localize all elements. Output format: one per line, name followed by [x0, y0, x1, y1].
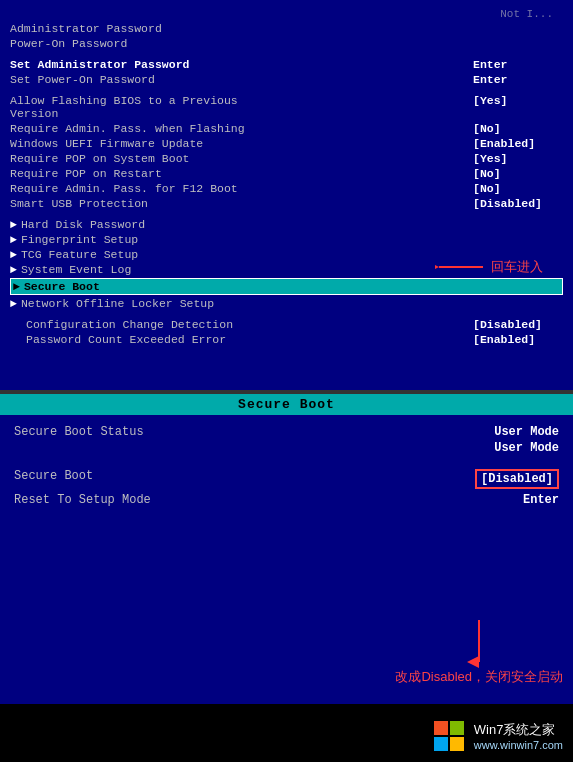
bios-bottom-panel: Secure Boot Secure Boot Status User Mode… [0, 394, 573, 704]
require-admin-pass-value: [No] [473, 122, 563, 135]
secure-boot-content: Secure Boot Status User Mode User Mode S… [0, 415, 573, 521]
admin-f12-label: Require Admin. Pass. for F12 Boot [10, 182, 473, 195]
allow-flashing-row: Allow Flashing BIOS to a PreviousVersion… [10, 94, 563, 120]
user-mode-display: User Mode [494, 441, 559, 455]
red-arrow-down-icon [464, 618, 494, 668]
submenu-system-event-label: System Event Log [21, 263, 131, 276]
submenu-fingerprint-label: Fingerprint Setup [21, 233, 138, 246]
arrow-icon: ► [10, 263, 17, 276]
arrow-icon: ► [10, 218, 17, 231]
svg-rect-7 [450, 737, 464, 751]
admin-password-row: Administrator Password [10, 22, 563, 35]
admin-f12-value: [No] [473, 182, 563, 195]
watermark-bar: Win7系统之家 www.winwin7.com [0, 710, 573, 762]
arrow-icon: ► [13, 280, 20, 293]
allow-flashing-value: [Yes] [473, 94, 563, 107]
config-change-row: Configuration Change Detection [Disabled… [10, 318, 563, 331]
submenu-secure-boot[interactable]: ► Secure Boot [10, 278, 563, 295]
set-poweron-label: Set Power-On Password [10, 73, 473, 86]
red-arrow-left-icon [435, 258, 485, 276]
config-change-label: Configuration Change Detection [10, 318, 473, 331]
pop-system-boot-label: Require POP on System Boot [10, 152, 473, 165]
admin-password-label: Administrator Password [10, 22, 563, 35]
reset-setup-label: Reset To Setup Mode [14, 493, 151, 507]
submenu-fingerprint[interactable]: ► Fingerprint Setup [10, 233, 563, 246]
password-count-row: Password Count Exceeded Error [Enabled] [10, 333, 563, 346]
set-admin-value: Enter [473, 58, 563, 71]
config-change-value: [Disabled] [473, 318, 563, 331]
require-admin-pass-row: Require Admin. Pass. when Flashing [No] [10, 122, 563, 135]
smart-usb-value: [Disabled] [473, 197, 563, 210]
windows-uefi-value: [Enabled] [473, 137, 563, 150]
set-admin-label: Set Administrator Password [10, 58, 473, 71]
reset-setup-row[interactable]: Reset To Setup Mode Enter [14, 493, 559, 507]
user-mode-display-row: User Mode [14, 441, 559, 455]
pop-system-boot-row: Require POP on System Boot [Yes] [10, 152, 563, 165]
windows-logo-icon [432, 719, 466, 753]
admin-f12-row: Require Admin. Pass. for F12 Boot [No] [10, 182, 563, 195]
submenu-network-offline[interactable]: ► Network Offline Locker Setup [10, 297, 563, 310]
set-admin-row: Set Administrator Password Enter [10, 58, 563, 71]
password-count-value: [Enabled] [473, 333, 563, 346]
require-admin-pass-label: Require Admin. Pass. when Flashing [10, 122, 473, 135]
set-poweron-value: Enter [473, 73, 563, 86]
svg-rect-6 [434, 737, 448, 751]
smart-usb-row: Smart USB Protection [Disabled] [10, 197, 563, 210]
poweron-password-row: Power-On Password [10, 37, 563, 50]
disabled-badge: [Disabled] [475, 469, 559, 489]
user-mode-row: Secure Boot Status User Mode [14, 425, 559, 439]
password-count-label: Password Count Exceeded Error [10, 333, 473, 346]
windows-uefi-label: Windows UEFI Firmware Update [10, 137, 473, 150]
submenu-hard-disk[interactable]: ► Hard Disk Password [10, 218, 563, 231]
annotation-enter-text: 回车进入 [491, 258, 543, 276]
pop-system-boot-value: [Yes] [473, 152, 563, 165]
svg-rect-4 [434, 721, 448, 735]
site-url: www.winwin7.com [474, 739, 563, 751]
annotation-enter: 回车进入 [435, 258, 543, 276]
poweron-password-label: Power-On Password [10, 37, 563, 50]
submenu-secure-boot-label: Secure Boot [24, 280, 100, 293]
arrow-icon: ► [10, 233, 17, 246]
secure-boot-row[interactable]: Secure Boot [Disabled] [14, 469, 559, 489]
set-poweron-row: Set Power-On Password Enter [10, 73, 563, 86]
pop-restart-label: Require POP on Restart [10, 167, 473, 180]
pop-restart-value: [No] [473, 167, 563, 180]
annotation-disabled: 改成Disabled，关闭安全启动 [395, 618, 563, 686]
reset-setup-value: Enter [523, 493, 559, 507]
annotation-disabled-text: 改成Disabled，关闭安全启动 [395, 668, 563, 686]
user-mode-value: User Mode [494, 425, 559, 439]
arrow-icon: ► [10, 248, 17, 261]
pop-restart-row: Require POP on Restart [No] [10, 167, 563, 180]
arrow-icon: ► [10, 297, 17, 310]
secure-boot-label: Secure Boot [14, 469, 93, 489]
smart-usb-label: Smart USB Protection [10, 197, 473, 210]
submenu-network-offline-label: Network Offline Locker Setup [21, 297, 214, 310]
windows-uefi-row: Windows UEFI Firmware Update [Enabled] [10, 137, 563, 150]
win7-label: Win7系统之家 [474, 721, 556, 739]
submenu-hard-disk-label: Hard Disk Password [21, 218, 145, 231]
secure-boot-header: Secure Boot [0, 394, 573, 415]
allow-flashing-label: Allow Flashing BIOS to a PreviousVersion [10, 94, 473, 120]
watermark-text-block: Win7系统之家 www.winwin7.com [474, 721, 563, 751]
secure-boot-status-label: Secure Boot Status [14, 425, 144, 439]
bios-top-panel: Not I... Administrator Password Power-On… [0, 0, 573, 390]
security-partial-label: Not I... [500, 8, 553, 20]
svg-rect-5 [450, 721, 464, 735]
submenu-tcg-label: TCG Feature Setup [21, 248, 138, 261]
